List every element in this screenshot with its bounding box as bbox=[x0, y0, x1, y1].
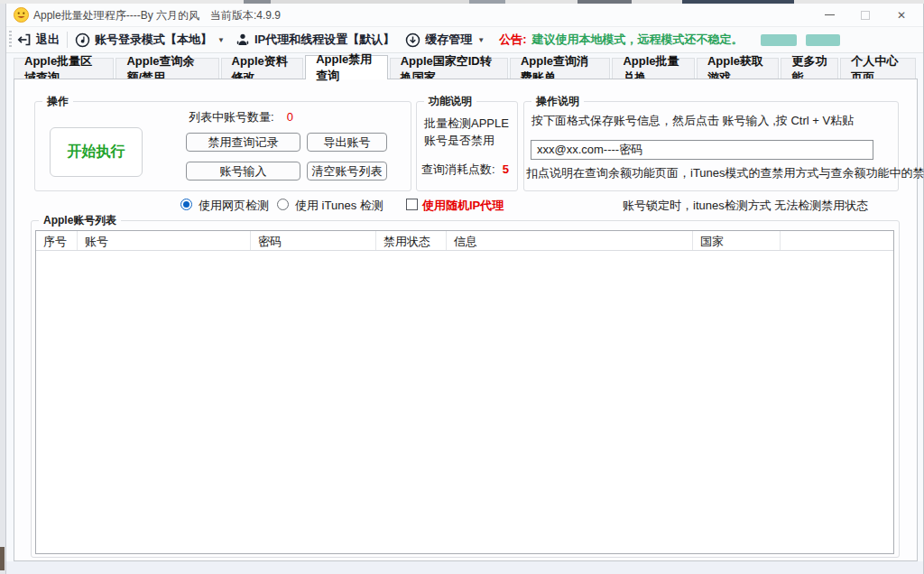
minimize-icon bbox=[825, 14, 835, 15]
exit-button[interactable]: 退出 bbox=[12, 29, 65, 51]
account-count-value: 0 bbox=[287, 110, 293, 124]
column-header-info[interactable]: 信息 bbox=[447, 231, 693, 250]
account-table-body[interactable] bbox=[36, 251, 893, 553]
maximize-icon bbox=[861, 11, 870, 20]
version-label: 当前版本:4.9.9 bbox=[210, 8, 281, 23]
chevron-down-icon: ▼ bbox=[477, 36, 485, 44]
instructions-line1: 按下面格式保存账号信息，然后点击 账号输入 ,按 Ctrl + V粘贴 bbox=[531, 113, 854, 129]
ip-proxy-label: IP代理和线程设置【默认】 bbox=[254, 32, 394, 48]
announcement-text: 建议使用本地模式，远程模式还不稳定。 bbox=[531, 32, 743, 48]
radio-web-detect[interactable] bbox=[180, 199, 192, 210]
tab-apple-disabled-query[interactable]: Apple禁用查询 bbox=[305, 55, 388, 79]
tab-apple-balance-disabled-query[interactable]: Apple查询余额/禁用 bbox=[116, 58, 218, 79]
ip-proxy-icon bbox=[236, 32, 250, 47]
points-cost-row: 查询消耗点数:5 bbox=[421, 162, 509, 178]
points-cost-value: 5 bbox=[503, 162, 509, 176]
cache-label: 缓存管理 bbox=[425, 32, 472, 48]
redacted-block bbox=[761, 34, 797, 46]
start-execute-button[interactable]: 开始执行 bbox=[50, 127, 143, 177]
lock-status-note: 账号锁定时，itunes检测方式 无法检测禁用状态 bbox=[623, 198, 868, 214]
checkbox-random-ip-proxy[interactable] bbox=[406, 199, 418, 210]
points-cost-label: 查询消耗点数: bbox=[421, 162, 495, 176]
tab-apple-batch-region-query[interactable]: Apple批量区域查询 bbox=[14, 58, 114, 79]
announcement-label: 公告: bbox=[499, 32, 526, 48]
close-button[interactable]: ✕ bbox=[883, 4, 919, 26]
redacted-block bbox=[806, 34, 840, 46]
close-icon: ✕ bbox=[897, 10, 906, 21]
tab-apple-billing-query[interactable]: Apple查询消费账单 bbox=[510, 58, 610, 79]
background-window-corner bbox=[0, 547, 5, 570]
operation-group: 操作 开始执行 列表中账号数量:0 禁用查询记录 导出账号 账号输入 清空账号列… bbox=[34, 101, 411, 191]
announcement: 公告: 建议使用本地模式，远程模式还不稳定。 bbox=[499, 32, 840, 48]
app-icon bbox=[14, 7, 29, 23]
radio-web-detect-label: 使用网页检测 bbox=[199, 198, 269, 214]
minimize-button[interactable] bbox=[811, 4, 847, 26]
tab-apple-empty-id-country-convert[interactable]: Apple国家空ID转换国家 bbox=[390, 58, 508, 79]
checkbox-random-ip-proxy-label: 使用随机IP代理 bbox=[422, 198, 504, 214]
account-table-header: 序号 账号 密码 禁用状态 信息 国家 bbox=[36, 231, 893, 251]
function-info-group-title: 功能说明 bbox=[424, 94, 476, 108]
column-header-country[interactable]: 国家 bbox=[693, 231, 781, 250]
instructions-group-title: 操作说明 bbox=[531, 94, 584, 108]
instructions-group: 操作说明 按下面格式保存账号信息，然后点击 账号输入 ,按 Ctrl + V粘贴… bbox=[523, 101, 899, 191]
account-list-group: Apple账号列表 序号 账号 密码 禁用状态 信息 国家 bbox=[31, 220, 900, 558]
operation-group-title: 操作 bbox=[42, 94, 73, 108]
instructions-line2: 扣点说明在查询余额功能页面，iTunes模式的查禁用方式与查余额功能中的禁用一样 bbox=[526, 165, 924, 181]
detection-options-row: 使用网页检测 使用 iTunes 检测 使用随机IP代理 账号锁定时，itune… bbox=[14, 197, 917, 217]
ip-proxy-settings-button[interactable]: IP代理和线程设置【默认】 bbox=[230, 29, 400, 51]
background-window-sliver-left bbox=[0, 4, 6, 574]
account-list-group-title: Apple账号列表 bbox=[39, 213, 121, 227]
toolbar: 退出 账号登录模式【本地】 ▼ bbox=[6, 26, 923, 53]
account-format-input[interactable] bbox=[531, 140, 873, 160]
function-info-group: 功能说明 批量检测APPLE账号是否禁用 查询消耗点数:5 bbox=[416, 101, 518, 191]
cache-icon bbox=[405, 32, 420, 48]
radio-itunes-detect[interactable] bbox=[277, 199, 289, 210]
column-header-disabled-status[interactable]: 禁用状态 bbox=[376, 231, 447, 250]
account-count-row: 列表中账号数量:0 bbox=[189, 109, 293, 125]
login-mode-label: 账号登录模式【本地】 bbox=[95, 32, 212, 48]
tab-apple-profile-edit[interactable]: Apple资料修改 bbox=[221, 58, 304, 79]
account-table: 序号 账号 密码 禁用状态 信息 国家 bbox=[35, 230, 894, 554]
cache-manage-button[interactable]: 缓存管理 ▼ bbox=[400, 29, 490, 51]
column-header-extra bbox=[781, 231, 893, 250]
window-title: Apple批量处理程序----By 六月的风 bbox=[33, 8, 199, 23]
chevron-down-icon: ▼ bbox=[217, 36, 225, 44]
exit-icon bbox=[17, 32, 32, 47]
disable-query-history-button[interactable]: 禁用查询记录 bbox=[186, 133, 300, 152]
tab-personal-center[interactable]: 个人中心页面 bbox=[840, 58, 916, 79]
login-mode-button[interactable]: 账号登录模式【本地】 ▼ bbox=[69, 29, 230, 51]
radio-itunes-detect-label: 使用 iTunes 检测 bbox=[295, 198, 383, 214]
export-accounts-button[interactable]: 导出账号 bbox=[307, 133, 387, 152]
tab-apple-batch-redeem[interactable]: Apple批量兑换 bbox=[612, 58, 695, 79]
login-mode-icon bbox=[75, 32, 90, 48]
clear-account-list-button[interactable]: 清空账号列表 bbox=[307, 162, 387, 181]
window-controls: ✕ bbox=[811, 4, 919, 26]
tab-content-panel: 操作 开始执行 列表中账号数量:0 禁用查询记录 导出账号 账号输入 清空账号列… bbox=[14, 79, 918, 561]
exit-label: 退出 bbox=[36, 32, 60, 48]
column-header-account[interactable]: 账号 bbox=[78, 231, 251, 250]
tab-strip: Apple批量区域查询 Apple查询余额/禁用 Apple资料修改 Apple… bbox=[14, 55, 918, 79]
main-window: Apple批量处理程序----By 六月的风 当前版本:4.9.9 ✕ 退出 bbox=[6, 4, 924, 574]
account-count-label: 列表中账号数量: bbox=[189, 110, 274, 124]
account-input-button[interactable]: 账号输入 bbox=[186, 162, 300, 181]
window-bottom-strip bbox=[6, 561, 923, 574]
column-header-password[interactable]: 密码 bbox=[251, 231, 376, 250]
titlebar: Apple批量处理程序----By 六月的风 当前版本:4.9.9 ✕ bbox=[6, 4, 923, 26]
column-header-index[interactable]: 序号 bbox=[36, 231, 78, 250]
app-window: { "titlebar": { "title": "Apple批量处理程序---… bbox=[0, 0, 924, 574]
maximize-button[interactable] bbox=[847, 4, 883, 26]
function-description: 批量检测APPLE账号是否禁用 bbox=[424, 115, 511, 149]
tab-more-functions[interactable]: 更多功能 bbox=[781, 58, 838, 79]
toolbar-separator bbox=[67, 32, 68, 48]
tab-apple-get-games[interactable]: Apple获取游戏 bbox=[697, 58, 780, 79]
